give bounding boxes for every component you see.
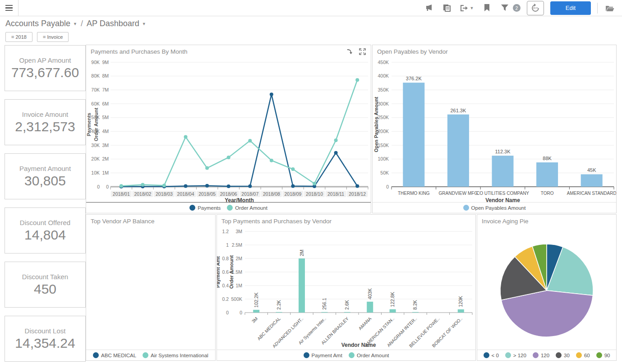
panel-title: Invoice Aging Pie xyxy=(482,218,529,225)
top-vendor-balance-legend-item[interactable]: ABC MEDICAL xyxy=(93,352,136,358)
edit-button[interactable]: Edit xyxy=(550,1,591,15)
svg-text:THERMO KING: THERMO KING xyxy=(398,191,430,196)
kpi-invoice-amount: Invoice Amount 2,312,573 xyxy=(5,99,86,145)
svg-text:261.3K: 261.3K xyxy=(450,108,466,113)
legend-dot xyxy=(304,352,309,358)
svg-text:88K: 88K xyxy=(543,156,552,161)
svg-text:Payments: Payments xyxy=(86,113,92,136)
svg-text:403K: 403K xyxy=(367,288,373,299)
legend-dot xyxy=(484,352,489,358)
svg-text:5M: 5M xyxy=(102,115,109,120)
svg-text:2018/07: 2018/07 xyxy=(241,191,258,197)
breadcrumb-dashboard-dropdown[interactable]: AP Dashboard ▼ xyxy=(87,19,146,28)
kpi-value: 773,677.60 xyxy=(11,65,79,80)
payments-by-month-legend-item[interactable]: Order Amount xyxy=(227,205,267,211)
top-payments-vendor-legend-item[interactable]: Payment Amt xyxy=(304,352,342,358)
svg-text:150K: 150K xyxy=(378,143,389,148)
svg-text:2018/03: 2018/03 xyxy=(156,191,173,197)
kpi-discount-offered: Discount Offered 14,804 xyxy=(5,207,86,253)
svg-text:8.2K: 8.2K xyxy=(413,300,418,310)
kpi-discount-taken: Discount Taken 450 xyxy=(5,262,86,308)
breadcrumb-dashboard-label: AP Dashboard xyxy=(87,19,139,28)
svg-text:Order Amount: Order Amount xyxy=(229,255,234,289)
svg-text:2M: 2M xyxy=(102,156,109,161)
svg-text:2018/09: 2018/09 xyxy=(284,191,301,197)
svg-text:70K: 70K xyxy=(91,87,100,92)
legend-dot xyxy=(463,205,469,211)
filter-chip-year[interactable]: = 2018 xyxy=(5,32,32,42)
top-payments-vendor-legend-item[interactable]: Order Amount xyxy=(349,352,389,358)
top-payments-vendor-legend: Payment AmtOrder Amount xyxy=(217,350,475,360)
panel-open-payables: Open Payables by Vendor 050K100K150K200K… xyxy=(372,45,617,213)
kpi-payment-amount: Payment Amount 30,805 xyxy=(5,153,86,199)
svg-text:Payment Amt: Payment Amt xyxy=(217,256,221,288)
copy-pages-icon[interactable] xyxy=(441,2,453,14)
top-vendor-balance-legend-item[interactable]: Air Systems International xyxy=(143,352,208,358)
svg-text:0.6: 0.6 xyxy=(222,269,229,275)
panel-top-vendor-balance: Top Vendor AP Balance ABC MEDICALAir Sys… xyxy=(86,214,216,361)
svg-text:50K: 50K xyxy=(380,170,389,175)
svg-text:2018/12: 2018/12 xyxy=(349,191,366,197)
open-payables-legend-item[interactable]: Open Payables Amount xyxy=(463,205,526,211)
export-icon[interactable]: ▼ xyxy=(459,2,475,14)
refresh-button[interactable]: 3576 xyxy=(527,1,544,15)
payments-by-month-chart[interactable]: 0010K1M20K2M30K3M40K4M50K5M60K6M70K7M80K… xyxy=(86,58,371,202)
svg-text:0: 0 xyxy=(97,184,100,189)
svg-text:1: 1 xyxy=(226,242,229,248)
filter-chips-row: = 2018 = Invoice xyxy=(5,32,69,42)
drill-down-icon[interactable] xyxy=(346,47,354,55)
svg-text:7M: 7M xyxy=(102,87,109,92)
legend-dot xyxy=(227,205,233,211)
svg-text:2018/01: 2018/01 xyxy=(113,191,130,197)
maximize-icon[interactable] xyxy=(358,47,366,55)
svg-text:2018/06: 2018/06 xyxy=(220,191,237,197)
invoice-aging-legend-item[interactable]: > 120 xyxy=(505,352,526,358)
kpi-value: 2,312,573 xyxy=(15,119,75,134)
svg-text:2.2K: 2.2K xyxy=(276,300,281,310)
top-vendor-balance-chart[interactable] xyxy=(86,227,215,350)
bookmark-icon[interactable] xyxy=(481,2,493,14)
svg-text:0.2: 0.2 xyxy=(222,296,229,302)
svg-text:80K: 80K xyxy=(91,73,100,78)
svg-text:2018/11: 2018/11 xyxy=(327,191,344,197)
svg-text:2M: 2M xyxy=(299,249,304,256)
top-payments-vendor-chart[interactable]: 000.2500K0.41M0.61.5M0.82M12.5M1.23MPaym… xyxy=(217,227,475,350)
svg-text:GRANDVIEW MFG: GRANDVIEW MFG xyxy=(439,191,478,196)
filter-chip-type[interactable]: = Invoice xyxy=(37,32,69,42)
kpi-label: Discount Offered xyxy=(20,219,70,226)
svg-text:60K: 60K xyxy=(91,101,100,106)
svg-text:0.4: 0.4 xyxy=(222,283,229,288)
svg-text:Year/Month: Year/Month xyxy=(225,197,254,202)
folder-icon[interactable] xyxy=(604,2,616,14)
invoice-aging-legend-item[interactable]: 30 xyxy=(556,352,570,358)
svg-text:0: 0 xyxy=(240,310,242,315)
invoice-aging-pie-chart[interactable] xyxy=(477,227,616,350)
svg-text:9M: 9M xyxy=(102,60,109,65)
invoice-aging-legend-item[interactable]: 60 xyxy=(576,352,590,358)
filter-icon[interactable] xyxy=(499,2,511,14)
payments-by-month-legend-item[interactable]: Payments xyxy=(189,205,221,211)
svg-text:2.5M: 2.5M xyxy=(232,242,242,248)
legend-dot xyxy=(576,352,582,358)
panel-payments-by-month: Payments and Purchases By Month 0010K1M2… xyxy=(86,45,371,213)
hamburger-menu-button[interactable] xyxy=(0,0,18,16)
svg-text:300K: 300K xyxy=(378,101,389,106)
svg-text:ABC MEDICAL: ABC MEDICAL xyxy=(256,316,281,341)
breadcrumb-space-dropdown[interactable]: Accounts Payable ▼ xyxy=(5,19,77,28)
megaphone-icon[interactable] xyxy=(423,2,435,14)
svg-text:2018/02: 2018/02 xyxy=(134,191,151,197)
legend-dot xyxy=(189,205,195,211)
panel-title: Open Payables by Vendor xyxy=(377,48,448,55)
open-payables-chart[interactable]: 050K100K150K200K250K300K350K400K450KOpen… xyxy=(373,58,616,202)
invoice-aging-legend-item[interactable]: < 0 xyxy=(484,352,499,358)
panel-title: Payments and Purchases By Month xyxy=(91,48,188,55)
filter-count-badge: 2 xyxy=(513,4,521,12)
svg-text:2018/04: 2018/04 xyxy=(177,191,194,197)
invoice-aging-legend-item[interactable]: 120 xyxy=(533,352,549,358)
kpi-label: Invoice Amount xyxy=(22,111,69,118)
invoice-aging-legend-item[interactable]: 90 xyxy=(596,352,610,358)
breadcrumb-separator: / xyxy=(81,19,83,28)
kpi-discount-lost: Discount Lost 14,354.24 xyxy=(5,316,86,362)
svg-text:Vendor Name: Vendor Name xyxy=(485,197,520,202)
svg-text:2018/10: 2018/10 xyxy=(306,191,323,197)
